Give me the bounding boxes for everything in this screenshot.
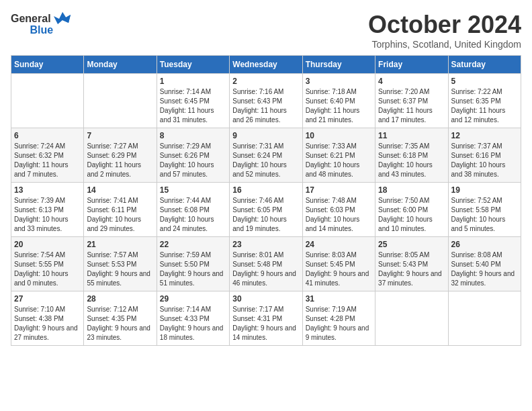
calendar-cell: 30Sunrise: 7:17 AM Sunset: 4:31 PM Dayli… [230, 291, 302, 346]
day-number: 30 [232, 294, 299, 304]
calendar-cell: 20Sunrise: 7:54 AM Sunset: 5:55 PM Dayli… [11, 237, 84, 291]
weekday-header-wednesday: Wednesday [230, 56, 302, 74]
day-number: 8 [160, 131, 226, 140]
day-number: 26 [451, 240, 518, 249]
weekday-header-thursday: Thursday [302, 56, 375, 74]
day-info: Sunrise: 7:31 AM Sunset: 6:24 PM Dayligh… [232, 142, 299, 179]
title-block: October 2024 Torphins, Scotland, United … [368, 11, 521, 50]
day-number: 22 [160, 240, 226, 249]
day-info: Sunrise: 7:12 AM Sunset: 4:35 PM Dayligh… [87, 305, 153, 342]
calendar-cell: 14Sunrise: 7:41 AM Sunset: 6:11 PM Dayli… [84, 183, 157, 237]
day-number: 28 [87, 294, 153, 304]
calendar-cell: 8Sunrise: 7:29 AM Sunset: 6:26 PM Daylig… [157, 128, 229, 183]
calendar-cell: 6Sunrise: 7:24 AM Sunset: 6:32 PM Daylig… [11, 128, 84, 183]
day-info: Sunrise: 7:17 AM Sunset: 4:31 PM Dayligh… [232, 305, 299, 342]
calendar-cell: 9Sunrise: 7:31 AM Sunset: 6:24 PM Daylig… [230, 128, 302, 183]
calendar-cell: 12Sunrise: 7:37 AM Sunset: 6:16 PM Dayli… [448, 128, 521, 183]
day-info: Sunrise: 8:03 AM Sunset: 5:45 PM Dayligh… [306, 250, 372, 288]
calendar-cell: 1Sunrise: 7:14 AM Sunset: 6:45 PM Daylig… [157, 74, 229, 128]
calendar-cell: 19Sunrise: 7:52 AM Sunset: 5:58 PM Dayli… [448, 183, 521, 237]
day-number: 1 [160, 77, 226, 86]
logo: General Blue [11, 11, 73, 36]
calendar-cell: 31Sunrise: 7:19 AM Sunset: 4:28 PM Dayli… [302, 291, 375, 346]
calendar-cell: 26Sunrise: 8:08 AM Sunset: 5:40 PM Dayli… [448, 237, 521, 291]
day-info: Sunrise: 7:52 AM Sunset: 5:58 PM Dayligh… [451, 196, 518, 234]
day-info: Sunrise: 7:10 AM Sunset: 4:38 PM Dayligh… [14, 305, 81, 342]
calendar-cell: 28Sunrise: 7:12 AM Sunset: 4:35 PM Dayli… [84, 291, 157, 346]
day-number: 11 [378, 131, 445, 140]
calendar-cell: 18Sunrise: 7:50 AM Sunset: 6:00 PM Dayli… [375, 183, 448, 237]
day-number: 4 [378, 77, 445, 86]
calendar-cell [11, 74, 84, 128]
calendar-cell: 4Sunrise: 7:20 AM Sunset: 6:37 PM Daylig… [375, 74, 448, 128]
calendar-cell [375, 291, 448, 346]
calendar-cell: 10Sunrise: 7:33 AM Sunset: 6:21 PM Dayli… [302, 128, 375, 183]
logo-general-text: General [11, 13, 51, 25]
day-number: 19 [451, 185, 518, 195]
day-number: 5 [451, 77, 518, 86]
day-number: 3 [306, 77, 372, 86]
calendar-table: SundayMondayTuesdayWednesdayThursdayFrid… [11, 55, 521, 346]
day-number: 6 [14, 131, 81, 140]
day-info: Sunrise: 7:14 AM Sunset: 4:33 PM Dayligh… [160, 305, 226, 342]
day-number: 27 [14, 294, 81, 304]
location-subtitle: Torphins, Scotland, United Kingdom [368, 39, 521, 50]
calendar-cell: 13Sunrise: 7:39 AM Sunset: 6:13 PM Dayli… [11, 183, 84, 237]
calendar-cell [448, 291, 521, 346]
calendar-cell: 29Sunrise: 7:14 AM Sunset: 4:33 PM Dayli… [157, 291, 229, 346]
day-number: 7 [87, 131, 153, 140]
day-number: 16 [232, 185, 299, 195]
weekday-header-saturday: Saturday [448, 56, 521, 74]
day-number: 29 [160, 294, 226, 304]
day-info: Sunrise: 8:05 AM Sunset: 5:43 PM Dayligh… [378, 250, 445, 288]
day-number: 10 [306, 131, 372, 140]
day-number: 20 [14, 240, 81, 249]
day-number: 14 [87, 185, 153, 195]
day-info: Sunrise: 7:44 AM Sunset: 6:08 PM Dayligh… [160, 196, 226, 234]
page-header: General Blue October 2024 Torphins, Scot… [11, 11, 521, 50]
calendar-cell: 23Sunrise: 8:01 AM Sunset: 5:48 PM Dayli… [230, 237, 302, 291]
calendar-cell: 24Sunrise: 8:03 AM Sunset: 5:45 PM Dayli… [302, 237, 375, 291]
day-info: Sunrise: 7:35 AM Sunset: 6:18 PM Dayligh… [378, 142, 445, 179]
calendar-cell: 15Sunrise: 7:44 AM Sunset: 6:08 PM Dayli… [157, 183, 229, 237]
day-number: 13 [14, 185, 81, 195]
calendar-cell: 7Sunrise: 7:27 AM Sunset: 6:29 PM Daylig… [84, 128, 157, 183]
weekday-header-friday: Friday [375, 56, 448, 74]
logo-bird-icon [52, 11, 73, 27]
logo-blue-text: Blue [30, 24, 53, 36]
day-info: Sunrise: 7:48 AM Sunset: 6:03 PM Dayligh… [306, 196, 372, 234]
day-info: Sunrise: 7:14 AM Sunset: 6:45 PM Dayligh… [160, 87, 226, 125]
calendar-cell: 11Sunrise: 7:35 AM Sunset: 6:18 PM Dayli… [375, 128, 448, 183]
day-info: Sunrise: 7:39 AM Sunset: 6:13 PM Dayligh… [14, 196, 81, 234]
day-info: Sunrise: 7:24 AM Sunset: 6:32 PM Dayligh… [14, 142, 81, 179]
day-number: 21 [87, 240, 153, 249]
weekday-header-tuesday: Tuesday [157, 56, 229, 74]
calendar-cell: 21Sunrise: 7:57 AM Sunset: 5:53 PM Dayli… [84, 237, 157, 291]
day-info: Sunrise: 8:01 AM Sunset: 5:48 PM Dayligh… [232, 250, 299, 288]
day-info: Sunrise: 7:22 AM Sunset: 6:35 PM Dayligh… [451, 87, 518, 125]
calendar-cell: 5Sunrise: 7:22 AM Sunset: 6:35 PM Daylig… [448, 74, 521, 128]
day-info: Sunrise: 7:57 AM Sunset: 5:53 PM Dayligh… [87, 250, 153, 288]
day-info: Sunrise: 8:08 AM Sunset: 5:40 PM Dayligh… [451, 250, 518, 288]
calendar-cell: 16Sunrise: 7:46 AM Sunset: 6:05 PM Dayli… [230, 183, 302, 237]
day-number: 23 [232, 240, 299, 249]
calendar-cell: 27Sunrise: 7:10 AM Sunset: 4:38 PM Dayli… [11, 291, 84, 346]
day-info: Sunrise: 7:18 AM Sunset: 6:40 PM Dayligh… [306, 87, 372, 125]
calendar-cell: 17Sunrise: 7:48 AM Sunset: 6:03 PM Dayli… [302, 183, 375, 237]
day-info: Sunrise: 7:54 AM Sunset: 5:55 PM Dayligh… [14, 250, 81, 288]
day-number: 31 [306, 294, 372, 304]
day-info: Sunrise: 7:41 AM Sunset: 6:11 PM Dayligh… [87, 196, 153, 234]
calendar-cell: 22Sunrise: 7:59 AM Sunset: 5:50 PM Dayli… [157, 237, 229, 291]
month-title: October 2024 [368, 11, 521, 39]
day-info: Sunrise: 7:46 AM Sunset: 6:05 PM Dayligh… [232, 196, 299, 234]
day-number: 24 [306, 240, 372, 249]
calendar-cell: 25Sunrise: 8:05 AM Sunset: 5:43 PM Dayli… [375, 237, 448, 291]
day-number: 2 [232, 77, 299, 86]
calendar-cell [84, 74, 157, 128]
weekday-header-monday: Monday [84, 56, 157, 74]
day-info: Sunrise: 7:29 AM Sunset: 6:26 PM Dayligh… [160, 142, 226, 179]
day-number: 17 [306, 185, 372, 195]
day-info: Sunrise: 7:20 AM Sunset: 6:37 PM Dayligh… [378, 87, 445, 125]
day-number: 18 [378, 185, 445, 195]
day-number: 25 [378, 240, 445, 249]
